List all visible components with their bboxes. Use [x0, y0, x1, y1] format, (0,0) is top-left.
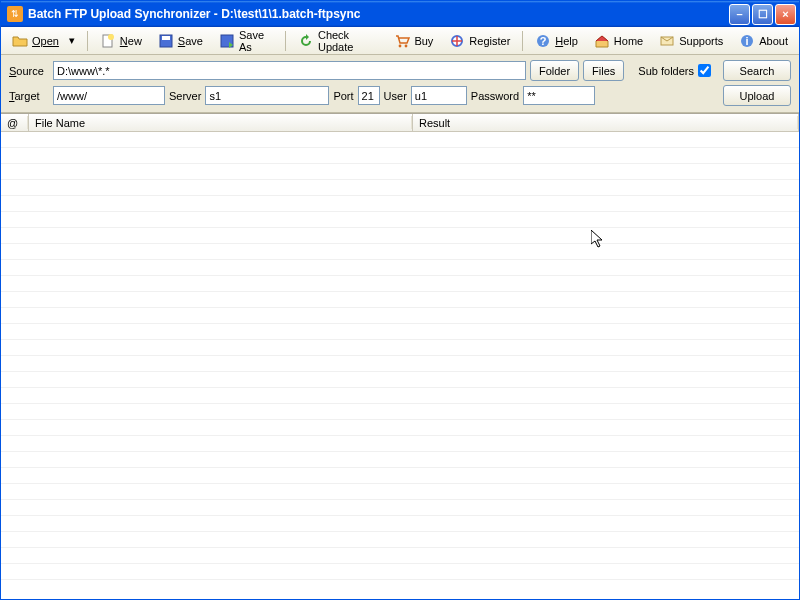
- buy-label: Buy: [414, 35, 433, 47]
- user-label: User: [384, 90, 407, 102]
- close-button[interactable]: ×: [775, 4, 796, 25]
- save-label: Save: [178, 35, 203, 47]
- separator: [522, 31, 523, 51]
- save-as-button[interactable]: Save As: [212, 26, 280, 56]
- open-label: Open: [32, 35, 59, 47]
- help-button[interactable]: ? Help: [528, 30, 585, 52]
- floppy-arrow-icon: [219, 33, 235, 49]
- table-row: [1, 468, 799, 484]
- subfolders-checkbox[interactable]: [698, 64, 711, 77]
- window-title: Batch FTP Upload Synchronizer - D:\test\…: [28, 7, 727, 21]
- target-input[interactable]: [53, 86, 165, 105]
- about-label: About: [759, 35, 788, 47]
- source-input[interactable]: [53, 61, 526, 80]
- table-row: [1, 260, 799, 276]
- table-row: [1, 212, 799, 228]
- table-row: [1, 404, 799, 420]
- maximize-button[interactable]: ☐: [752, 4, 773, 25]
- grid-header: @ File Name Result: [1, 114, 799, 132]
- server-label: Server: [169, 90, 201, 102]
- col-at[interactable]: @: [1, 114, 29, 131]
- file-grid: @ File Name Result: [1, 113, 799, 599]
- buy-button[interactable]: Buy: [387, 30, 440, 52]
- home-button[interactable]: Home: [587, 30, 650, 52]
- table-row: [1, 548, 799, 564]
- table-row: [1, 308, 799, 324]
- table-row: [1, 164, 799, 180]
- open-button[interactable]: Open ▾: [5, 30, 82, 52]
- folder-open-icon: [12, 33, 28, 49]
- source-label: Source: [9, 65, 49, 77]
- help-label: Help: [555, 35, 578, 47]
- table-row: [1, 420, 799, 436]
- app-icon: ⇅: [7, 6, 23, 22]
- table-row: [1, 132, 799, 148]
- col-result[interactable]: Result: [413, 114, 799, 131]
- save-as-label: Save As: [239, 29, 273, 53]
- table-row: [1, 532, 799, 548]
- user-input[interactable]: [411, 86, 467, 105]
- app-window: ⇅ Batch FTP Upload Synchronizer - D:\tes…: [0, 0, 800, 600]
- svg-point-6: [405, 44, 408, 47]
- refresh-icon: [298, 33, 314, 49]
- home-label: Home: [614, 35, 643, 47]
- table-row: [1, 292, 799, 308]
- table-row: [1, 356, 799, 372]
- chevron-down-icon: ▾: [69, 34, 75, 47]
- form-area: Source Folder Files Sub folders Search T…: [1, 55, 799, 113]
- table-row: [1, 372, 799, 388]
- table-row: [1, 180, 799, 196]
- about-button[interactable]: i About: [732, 30, 795, 52]
- question-icon: ?: [535, 33, 551, 49]
- toolbar: Open ▾ New Save Save As Check Update Buy…: [1, 27, 799, 55]
- titlebar: ⇅ Batch FTP Upload Synchronizer - D:\tes…: [1, 1, 799, 27]
- col-filename[interactable]: File Name: [29, 114, 413, 131]
- house-icon: [594, 33, 610, 49]
- files-button[interactable]: Files: [583, 60, 624, 81]
- separator: [285, 31, 286, 51]
- new-label: New: [120, 35, 142, 47]
- port-input[interactable]: [358, 86, 380, 105]
- supports-button[interactable]: Supports: [652, 30, 730, 52]
- table-row: [1, 516, 799, 532]
- cart-icon: [394, 33, 410, 49]
- password-label: Password: [471, 90, 519, 102]
- register-label: Register: [469, 35, 510, 47]
- register-button[interactable]: Register: [442, 30, 517, 52]
- password-input[interactable]: [523, 86, 595, 105]
- info-icon: i: [739, 33, 755, 49]
- save-button[interactable]: Save: [151, 30, 210, 52]
- check-update-button[interactable]: Check Update: [291, 26, 385, 56]
- table-row: [1, 452, 799, 468]
- table-row: [1, 388, 799, 404]
- table-row: [1, 436, 799, 452]
- new-button[interactable]: New: [93, 30, 149, 52]
- minimize-button[interactable]: –: [729, 4, 750, 25]
- svg-point-1: [108, 34, 114, 40]
- target-label: Target: [9, 90, 49, 102]
- svg-text:i: i: [746, 35, 749, 47]
- grid-body[interactable]: [1, 132, 799, 599]
- server-input[interactable]: [205, 86, 329, 105]
- table-row: [1, 276, 799, 292]
- subfolders-label: Sub folders: [638, 65, 694, 77]
- table-row: [1, 148, 799, 164]
- port-label: Port: [333, 90, 353, 102]
- svg-point-5: [399, 44, 402, 47]
- table-row: [1, 196, 799, 212]
- folder-button[interactable]: Folder: [530, 60, 579, 81]
- floppy-icon: [158, 33, 174, 49]
- table-row: [1, 244, 799, 260]
- search-button[interactable]: Search: [723, 60, 791, 81]
- svg-rect-3: [162, 36, 170, 40]
- envelope-icon: [659, 33, 675, 49]
- table-row: [1, 500, 799, 516]
- table-row: [1, 484, 799, 500]
- table-row: [1, 228, 799, 244]
- upload-button[interactable]: Upload: [723, 85, 791, 106]
- svg-text:?: ?: [540, 35, 547, 47]
- table-row: [1, 340, 799, 356]
- supports-label: Supports: [679, 35, 723, 47]
- key-icon: [449, 33, 465, 49]
- table-row: [1, 564, 799, 580]
